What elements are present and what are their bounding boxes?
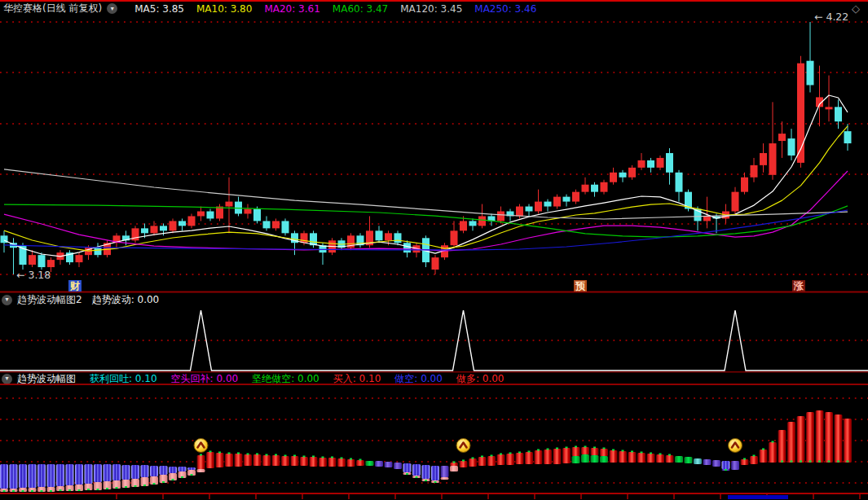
ribbon-green-dot <box>22 490 24 492</box>
ribbon-bar-segment <box>460 461 468 467</box>
ribbon-green-dot <box>172 479 174 480</box>
candle-body-up <box>732 192 739 212</box>
candle-body-up <box>516 207 523 217</box>
candle-body-up <box>170 221 177 230</box>
candle-body-up <box>226 202 233 207</box>
candle-body-down <box>394 233 402 243</box>
ribbon-green-dot <box>725 469 727 471</box>
ribbon-bar-segment <box>600 456 608 463</box>
ribbon-bar-segment <box>581 454 589 463</box>
ribbon-bar-segment <box>10 464 18 489</box>
candle-body-down <box>647 160 654 168</box>
ribbon-green-dot <box>68 489 71 491</box>
ribbon-green-dot <box>331 457 333 458</box>
ribbon-bar-segment <box>722 461 730 469</box>
candle-body-up <box>432 257 439 270</box>
ribbon-bar-segment <box>741 459 749 465</box>
candle-body-down <box>282 221 289 233</box>
ribbon-bar-segment <box>160 466 168 475</box>
ribbon-bar-segment <box>525 452 533 464</box>
candle-body-down <box>207 212 214 219</box>
ribbon-bar-segment <box>366 461 374 466</box>
ma-line-ma5 <box>4 95 848 257</box>
chart-canvas[interactable]: ← 3.18← 4.22 <box>0 0 868 500</box>
ribbon-green-dot <box>528 451 531 453</box>
ribbon-bar-segment <box>731 461 739 470</box>
ribbon-bar-segment <box>600 449 608 456</box>
candle-body-up <box>245 209 252 214</box>
ribbon-green-dot <box>218 452 221 454</box>
ribbon-green-dot <box>847 461 849 463</box>
watermark-1: 财 <box>68 280 82 292</box>
ribbon-green-dot <box>143 485 146 486</box>
ribbon-green-dot <box>228 453 231 454</box>
ribbon-bar-segment <box>675 456 683 463</box>
ribbon-bar-segment <box>544 450 552 464</box>
ribbon-green-dot <box>800 461 802 463</box>
ribbon-bar-segment <box>553 449 562 464</box>
ribbon-green-dot <box>125 486 127 488</box>
candle-body-up <box>751 165 758 178</box>
ribbon-green-dot <box>322 457 324 458</box>
ribbon-bar-segment <box>47 464 55 487</box>
candle-body-down <box>563 197 571 202</box>
ribbon-bar-segment <box>328 458 337 467</box>
ribbon-bar-segment <box>85 464 93 484</box>
candle-body-down <box>469 221 477 226</box>
ribbon-bar-segment <box>75 464 83 485</box>
ribbon-bar-segment <box>104 464 112 481</box>
candle-body-up <box>151 226 158 233</box>
ribbon-bar-segment <box>169 467 177 473</box>
candle-body-down <box>376 230 383 240</box>
ribbon-green-dot <box>556 448 558 450</box>
ribbon-bar-segment <box>375 461 383 467</box>
candle-body-up <box>741 178 748 192</box>
ribbon-bar-segment <box>562 448 571 463</box>
ribbon-green-dot <box>641 452 643 454</box>
grid-lines <box>0 22 868 483</box>
ribbon-green-dot <box>41 490 43 492</box>
ribbon-green-dot <box>753 455 756 457</box>
high-price-label: ← 4.22 <box>814 11 848 23</box>
ribbon-green-dot <box>181 476 183 478</box>
scrollbar-thumb[interactable] <box>728 495 788 499</box>
candle-body-down <box>141 228 148 233</box>
ribbon-bar-segment <box>806 412 814 463</box>
ma-line-ma120 <box>4 169 848 219</box>
ribbon-bar-segment <box>403 463 412 472</box>
candle-body-up <box>572 192 579 202</box>
ribbon-bar-segment <box>835 414 843 463</box>
candle-body-up <box>451 230 458 245</box>
ribbon-bar-segment <box>450 463 458 466</box>
ribbon-green-dot <box>650 453 652 454</box>
ribbon-bar-segment <box>272 455 280 466</box>
ribbon-green-dot <box>743 458 746 460</box>
ribbon-bar-segment <box>619 451 627 463</box>
ribbon-green-dot <box>350 458 352 460</box>
ribbon-bar-segment <box>441 466 449 477</box>
ribbon-bar-segment <box>656 454 664 463</box>
ribbon-green-dot <box>659 454 662 455</box>
candle-body-down <box>544 202 552 207</box>
candle-body-up <box>826 107 833 109</box>
ribbon-green-dot <box>537 450 540 451</box>
ribbon-green-dot <box>828 461 831 463</box>
ribbon-green-dot <box>284 455 287 457</box>
ribbon-bar-segment <box>591 455 599 463</box>
ribbon-bar-segment <box>216 453 224 467</box>
ribbon-green-dot <box>809 461 812 463</box>
ribbon-bar-segment <box>347 459 355 467</box>
ribbon-bar-segment <box>685 457 693 463</box>
ribbon-green-dot <box>472 458 474 459</box>
gold-circle <box>729 439 742 453</box>
candle-body-down <box>788 138 795 156</box>
candle-body-up <box>535 202 542 212</box>
candle-body-up <box>703 216 711 221</box>
ribbon-bar-segment <box>37 464 46 487</box>
buy-signal-marker <box>194 439 208 453</box>
ribbon-bar-segment <box>591 448 599 455</box>
ribbon-green-dot <box>612 450 615 451</box>
ribbon-green-dot <box>266 454 268 456</box>
candle-body-up <box>582 185 589 192</box>
ribbon-bar-segment <box>797 416 805 463</box>
